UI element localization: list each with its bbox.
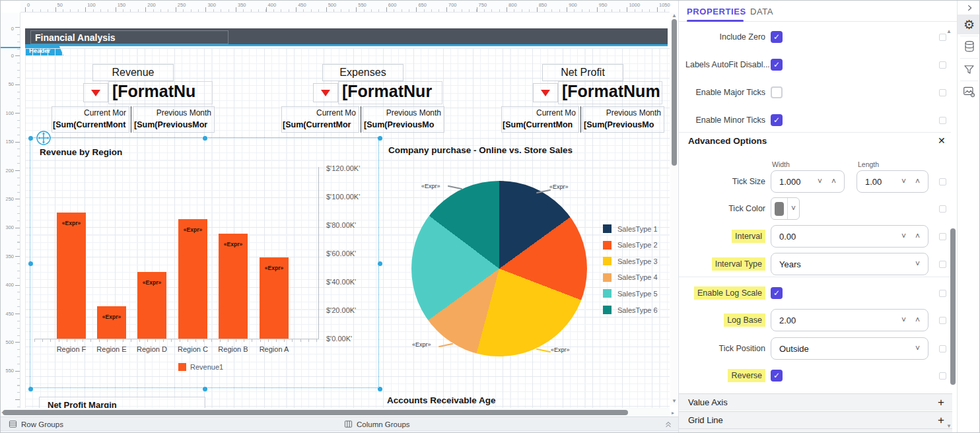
bind-expression-checkbox[interactable] bbox=[939, 205, 946, 213]
kpi-column-previous[interactable]: Previous Month[Sum(PreviousMo bbox=[363, 106, 444, 133]
panel-scroll-down-icon[interactable]: ▼ bbox=[946, 423, 952, 429]
include-zero-checkbox[interactable]: ✓ bbox=[771, 31, 783, 43]
kpi-dropdown-button[interactable] bbox=[533, 83, 558, 102]
step-up-icon[interactable]: ˄ bbox=[915, 316, 920, 324]
enable-major-ticks-checkbox[interactable] bbox=[771, 86, 783, 98]
groups-bar: Row Groups Column Groups bbox=[1, 416, 678, 430]
selection-handle[interactable] bbox=[378, 387, 382, 391]
tick-position-dropdown[interactable]: Outside˅ bbox=[771, 337, 928, 360]
bind-expression-checkbox[interactable] bbox=[939, 34, 946, 41]
reverse-checkbox[interactable]: ✓ bbox=[771, 370, 783, 382]
kpi-value-expression[interactable]: [FormatNum bbox=[558, 81, 662, 104]
report-header-band[interactable]: Financial Analysis bbox=[25, 28, 668, 46]
chevron-down-icon[interactable]: ˅ bbox=[791, 205, 796, 213]
interval-type-dropdown[interactable]: Years˅ bbox=[771, 253, 928, 275]
close-icon[interactable]: ✕ bbox=[938, 135, 946, 146]
selection-handle[interactable] bbox=[378, 261, 382, 266]
bind-expression-checkbox[interactable] bbox=[939, 317, 946, 324]
move-handle-icon[interactable] bbox=[36, 131, 51, 145]
bind-expression-checkbox[interactable] bbox=[939, 178, 946, 185]
kpi-column-previous[interactable]: Previous Month[Sum(PreviousMo bbox=[582, 106, 664, 133]
kpi-column-current[interactable]: Current Mo[Sum(CurrentMor bbox=[281, 106, 359, 133]
expand-plus-icon[interactable]: + bbox=[938, 414, 944, 427]
chevron-down-icon[interactable]: ˅ bbox=[901, 178, 906, 185]
divider bbox=[679, 132, 951, 133]
bind-expression-checkbox[interactable] bbox=[939, 233, 946, 240]
selection-handle[interactable] bbox=[203, 387, 207, 391]
kpi-title[interactable]: Net Profit bbox=[542, 64, 623, 81]
chevron-down-icon[interactable]: ˅ bbox=[901, 316, 906, 324]
image-settings-icon[interactable] bbox=[958, 83, 980, 101]
selection-handle[interactable] bbox=[203, 136, 207, 141]
tick-size-length-stepper[interactable]: 1.00˅˄ bbox=[857, 170, 928, 193]
net-profit-margin-cell[interactable]: Net Profit Margin bbox=[39, 397, 205, 408]
tab-properties[interactable]: PROPERTIES bbox=[687, 7, 746, 17]
kpi-dropdown-button[interactable] bbox=[313, 83, 338, 102]
bind-expression-checkbox[interactable] bbox=[939, 117, 946, 124]
kpi-value-expression[interactable]: [FormatNur bbox=[338, 81, 442, 104]
enable-minor-ticks-checkbox[interactable]: ✓ bbox=[771, 114, 783, 126]
vertical-scroll-thumb[interactable] bbox=[672, 19, 677, 166]
kpi-title[interactable]: Revenue bbox=[92, 64, 174, 81]
section-grid-line[interactable]: Grid Line+ bbox=[679, 411, 952, 428]
kpi-column-current[interactable]: Current Mo[Sum(CurrentMon bbox=[501, 106, 579, 133]
chevron-down-icon[interactable]: ˅ bbox=[915, 260, 920, 268]
kpi-value-expression[interactable]: [FormatNu bbox=[108, 81, 213, 104]
interval-stepper[interactable]: 0.00˅˄ bbox=[771, 225, 928, 248]
chevron-down-icon[interactable]: ˅ bbox=[818, 178, 822, 185]
bind-expression-checkbox[interactable] bbox=[939, 345, 946, 352]
data-source-icon[interactable] bbox=[958, 38, 980, 56]
report-body-grid[interactable]: Revenue[FormatNuCurrent Mor[Sum(CurrentM… bbox=[25, 48, 670, 408]
canvas-vertical-scrollbar[interactable]: ▲ ▼ bbox=[670, 13, 678, 405]
tick-size-width-stepper[interactable]: 1.000˅˄ bbox=[771, 170, 845, 193]
bind-expression-checkbox[interactable] bbox=[939, 372, 946, 380]
scroll-up-icon[interactable]: ▲ bbox=[672, 13, 677, 18]
panel-scroll-up-icon[interactable]: ▲ bbox=[946, 28, 952, 34]
collapse-groups-button[interactable] bbox=[664, 417, 672, 431]
column-groups-pane[interactable]: Column Groups bbox=[344, 417, 410, 431]
pie-chart-widget[interactable]: Company purchase - Online vs. Store Sale… bbox=[387, 143, 670, 390]
selection-handle[interactable] bbox=[28, 387, 33, 391]
log-base-stepper[interactable]: 2.00˅˄ bbox=[771, 309, 928, 331]
labels-autofit-disabled-checkbox[interactable]: ✓ bbox=[771, 59, 783, 71]
step-up-icon[interactable]: ˄ bbox=[915, 178, 920, 185]
kpi-title[interactable]: Expenses bbox=[322, 64, 403, 81]
selection-handle[interactable] bbox=[28, 261, 33, 266]
canvas-horizontal-scrollbar[interactable]: ◂ bbox=[1, 408, 670, 416]
settings-gear-icon[interactable]: ⚙ bbox=[958, 15, 980, 34]
tick-color-picker[interactable]: ˅ bbox=[771, 197, 800, 220]
row-groups-pane[interactable]: Row Groups bbox=[9, 417, 63, 431]
bind-expression-checkbox[interactable] bbox=[939, 290, 946, 297]
step-up-icon[interactable]: ˄ bbox=[831, 178, 836, 185]
kpi-block-net-profit[interactable]: Net Profit[FormatNumCurrent Mo[Sum(Curre… bbox=[501, 64, 664, 133]
expand-plus-icon[interactable]: + bbox=[938, 396, 944, 409]
bind-expression-checkbox[interactable] bbox=[939, 89, 946, 96]
chevron-down-icon[interactable]: ˅ bbox=[915, 345, 920, 352]
expand-panel-chevron-icon[interactable] bbox=[958, 3, 980, 13]
kpi-column-previous[interactable]: Previous Month[Sum(PreviousMor bbox=[133, 106, 215, 133]
horizontal-scroll-thumb[interactable] bbox=[3, 410, 628, 415]
tab-data[interactable]: DATA bbox=[750, 7, 773, 17]
kpi-block-expenses[interactable]: Expenses[FormatNurCurrent Mo[Sum(Current… bbox=[281, 64, 444, 133]
design-canvas[interactable]: Financial Analysis Header Revenue[Format… bbox=[20, 13, 670, 408]
selection-handle[interactable] bbox=[378, 136, 382, 141]
active-tab-underline bbox=[687, 20, 744, 22]
filter-icon[interactable] bbox=[958, 60, 980, 79]
kpi-block-revenue[interactable]: Revenue[FormatNuCurrent Mor[Sum(CurrentM… bbox=[52, 64, 215, 133]
divider bbox=[679, 277, 951, 277]
bind-expression-checkbox[interactable] bbox=[939, 261, 946, 268]
chevron-down-icon[interactable]: ˅ bbox=[901, 232, 906, 240]
panel-scroll-thumb[interactable] bbox=[950, 228, 956, 385]
section-value-axis[interactable]: Value Axis+ bbox=[679, 393, 952, 411]
enable-log-scale-checkbox[interactable]: ✓ bbox=[771, 287, 783, 299]
bind-expression-checkbox[interactable] bbox=[939, 61, 946, 69]
scroll-down-icon[interactable]: ▼ bbox=[672, 398, 677, 404]
kpi-dropdown-button[interactable] bbox=[83, 83, 108, 102]
property-row-tick-position: Tick PositionOutside˅ bbox=[685, 337, 928, 360]
step-up-icon[interactable]: ˄ bbox=[915, 232, 920, 240]
scroll-right-icon[interactable]: ▸ bbox=[672, 410, 674, 416]
selection-handle[interactable] bbox=[28, 136, 33, 141]
kpi-column-current[interactable]: Current Mor[Sum(CurrentMont bbox=[52, 106, 129, 133]
report-title-cell[interactable]: Financial Analysis bbox=[30, 30, 228, 44]
bar-chart-widget[interactable]: Revenue by Region «Expr»Region F«Expr»Re… bbox=[30, 137, 379, 388]
